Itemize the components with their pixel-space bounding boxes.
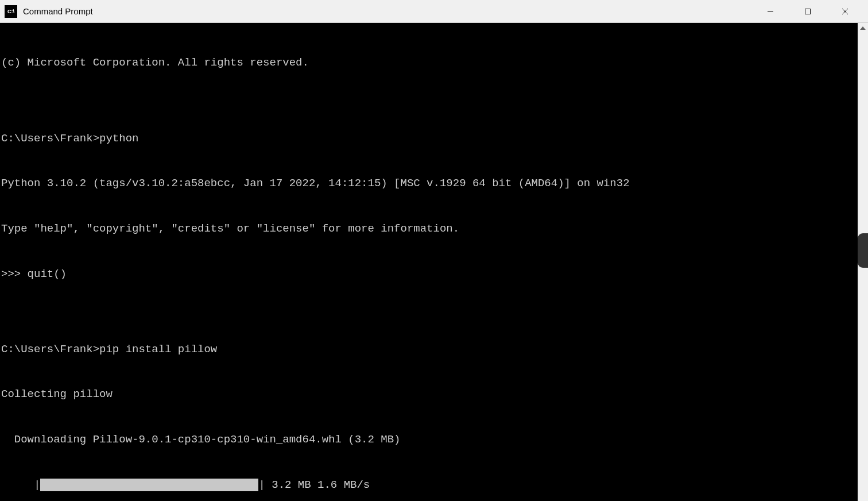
cmd-icon: C:\ [5, 5, 17, 18]
terminal-line: (c) Microsoft Corporation. All rights re… [1, 55, 867, 70]
svg-rect-1 [805, 9, 810, 14]
terminal-line: Downloading Pillow-9.0.1-cp310-cp310-win… [1, 432, 867, 447]
terminal-line: Collecting pillow [1, 387, 867, 402]
terminal-output[interactable]: (c) Microsoft Corporation. All rights re… [0, 23, 868, 501]
terminal-line: Type "help", "copyright", "credits" or "… [1, 221, 867, 236]
progress-bar-line: || 3.2 MB 1.6 MB/s [1, 477, 867, 492]
close-button[interactable] [826, 0, 863, 23]
terminal-line: C:\Users\Frank>python [1, 131, 867, 146]
window-title: Command Prompt [23, 6, 751, 16]
terminal-line: >>> quit() [1, 267, 867, 282]
progress-bar [40, 479, 258, 491]
maximize-button[interactable] [789, 0, 826, 23]
edge-side-panel-icon[interactable] [858, 233, 868, 268]
titlebar: C:\ Command Prompt [0, 0, 868, 23]
progress-suffix: | 3.2 MB 1.6 MB/s [258, 477, 370, 492]
progress-prefix: | [1, 477, 40, 492]
terminal-line: Python 3.10.2 (tags/v3.10.2:a58ebcc, Jan… [1, 176, 867, 191]
terminal-line: C:\Users\Frank>pip install pillow [1, 342, 867, 357]
window-controls [751, 0, 863, 23]
minimize-button[interactable] [751, 0, 789, 23]
scroll-up-icon[interactable] [858, 23, 868, 33]
